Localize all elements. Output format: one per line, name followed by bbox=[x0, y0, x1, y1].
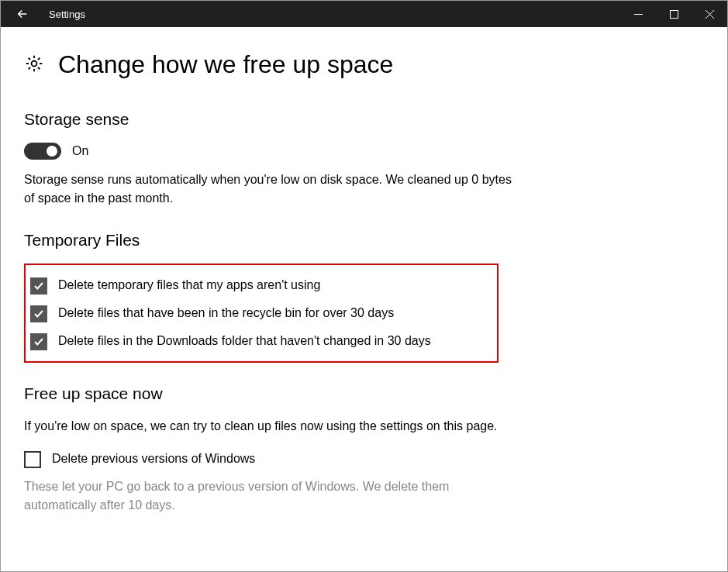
free-up-description: If you're low on space, we can try to cl… bbox=[24, 417, 520, 436]
content-area: Change how we free up space Storage sens… bbox=[1, 27, 727, 515]
back-button[interactable] bbox=[1, 1, 44, 27]
storage-sense-section: Storage sense On Storage sense runs auto… bbox=[24, 110, 704, 208]
highlighted-area: Delete temporary files that my apps aren… bbox=[24, 264, 499, 363]
checkbox-previous-windows[interactable]: Delete previous versions of Windows bbox=[24, 450, 704, 468]
svg-point-4 bbox=[32, 60, 37, 66]
free-up-heading: Free up space now bbox=[24, 384, 704, 403]
svg-rect-1 bbox=[670, 10, 678, 18]
checkbox-label: Delete previous versions of Windows bbox=[52, 450, 255, 467]
checkmark-icon bbox=[30, 333, 47, 350]
free-up-now-section: Free up space now If you're low on space… bbox=[24, 384, 704, 515]
checkbox-label: Delete files in the Downloads folder tha… bbox=[58, 332, 431, 350]
storage-sense-description: Storage sense runs automatically when yo… bbox=[24, 171, 520, 208]
storage-sense-heading: Storage sense bbox=[24, 110, 704, 129]
checkbox-recycle-bin[interactable]: Delete files that have been in the recyc… bbox=[30, 304, 485, 322]
window-title: Settings bbox=[49, 9, 620, 20]
checkbox-temp-apps[interactable]: Delete temporary files that my apps aren… bbox=[30, 276, 485, 295]
checkbox-label: Delete temporary files that my apps aren… bbox=[58, 276, 320, 294]
toggle-knob bbox=[47, 146, 57, 157]
checkbox-label: Delete files that have been in the recyc… bbox=[58, 304, 394, 322]
temporary-files-section: Temporary Files Delete temporary files t… bbox=[24, 231, 704, 363]
window-controls bbox=[620, 1, 727, 27]
gear-icon bbox=[24, 53, 44, 77]
page-title: Change how we free up space bbox=[58, 50, 393, 79]
checkbox-empty-icon bbox=[24, 451, 41, 468]
storage-sense-toggle-row: On bbox=[24, 143, 704, 160]
maximize-button[interactable] bbox=[656, 1, 692, 27]
previous-windows-hint: These let your PC go back to a previous … bbox=[24, 477, 520, 515]
temporary-files-heading: Temporary Files bbox=[24, 231, 704, 250]
close-button[interactable] bbox=[692, 1, 727, 27]
checkmark-icon bbox=[30, 305, 47, 322]
page-header: Change how we free up space bbox=[24, 50, 704, 79]
minimize-button[interactable] bbox=[620, 1, 656, 27]
checkmark-icon bbox=[30, 277, 47, 295]
storage-sense-toggle-label: On bbox=[72, 144, 88, 158]
storage-sense-toggle[interactable] bbox=[24, 143, 61, 160]
titlebar: Settings bbox=[1, 1, 727, 27]
checkbox-downloads[interactable]: Delete files in the Downloads folder tha… bbox=[30, 332, 485, 350]
